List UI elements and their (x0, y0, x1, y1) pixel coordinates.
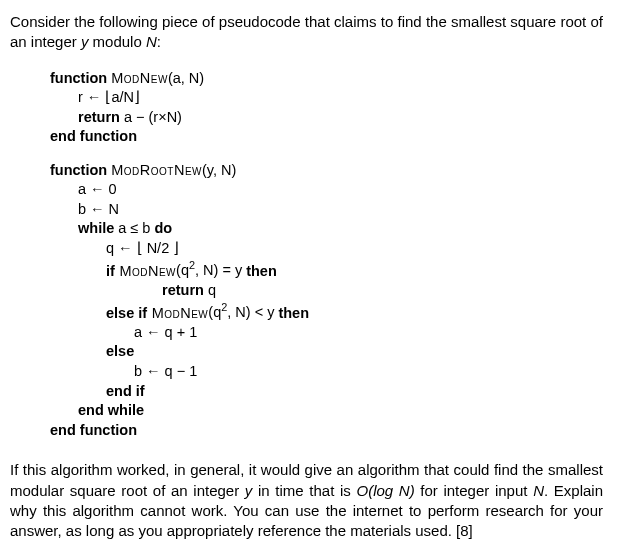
question-page: Consider the following piece of pseudoco… (0, 0, 621, 559)
kw-return: return (162, 282, 204, 298)
fn1-line1: r ← ⌊a/N⌋ (78, 88, 603, 108)
fn2-l6: return q (162, 281, 603, 301)
fn1-end: end function (50, 127, 603, 147)
fn1-args: (a, N) (168, 70, 204, 86)
fn2-l10: b ← q − 1 (134, 362, 603, 382)
fn2-name: ModRootNew (111, 162, 202, 178)
fn1-line2: return a − (r×N) (78, 108, 603, 128)
fn2-l2: b ← N (78, 200, 603, 220)
kw-then: then (278, 304, 309, 320)
fn2-l3-cond: a ≤ b (114, 220, 154, 236)
kw-return: return (78, 109, 120, 125)
kw-function: function (50, 162, 107, 178)
fn2-l1: a ← 0 (78, 180, 603, 200)
fn2-l7-rest: (q2, N) < y (208, 304, 278, 320)
fn1-decl: function ModNew(a, N) (50, 69, 603, 89)
spacer (50, 147, 603, 161)
fn2-l11: end if (106, 382, 603, 402)
kw-if: if (106, 262, 115, 278)
fn-modnew: function ModNew(a, N) r ← ⌊a/N⌋ return a… (50, 69, 603, 147)
kw-function: function (50, 70, 107, 86)
outro-text: If this algorithm worked, in general, it… (10, 460, 603, 541)
fn2-l9: else (106, 342, 603, 362)
fn2-l3: while a ≤ b do (78, 219, 603, 239)
fn2-l5: if ModNew(q2, N) = y then (106, 259, 603, 281)
kw-else: else (106, 343, 134, 359)
fn2-l7: else if ModNew(q2, N) < y then (106, 301, 603, 323)
fn2-l5-rest: (q2, N) = y (176, 262, 246, 278)
fn1-l2-rest: a − (r×N) (120, 109, 182, 125)
fn2-end: end function (50, 421, 603, 441)
kw-do: do (154, 220, 172, 236)
intro-text: Consider the following piece of pseudoco… (10, 12, 603, 53)
fn2-decl: function ModRootNew(y, N) (50, 161, 603, 181)
fn2-l5-call: ModNew (115, 262, 176, 278)
fn1-name: ModNew (111, 70, 168, 86)
fn2-l6-rest: q (204, 282, 216, 298)
fn2-l7-call: ModNew (147, 304, 208, 320)
fn2-l8: a ← q + 1 (134, 323, 603, 343)
kw-then: then (246, 262, 277, 278)
pseudocode-block: function ModNew(a, N) r ← ⌊a/N⌋ return a… (50, 69, 603, 441)
kw-elseif: else if (106, 304, 147, 320)
kw-while: while (78, 220, 114, 236)
fn2-l4: q ← ⌊ N/2 ⌋ (106, 239, 603, 259)
fn2-args: (y, N) (202, 162, 236, 178)
fn2-l12: end while (78, 401, 603, 421)
fn-modrootnew: function ModRootNew(y, N) a ← 0 b ← N wh… (50, 161, 603, 441)
